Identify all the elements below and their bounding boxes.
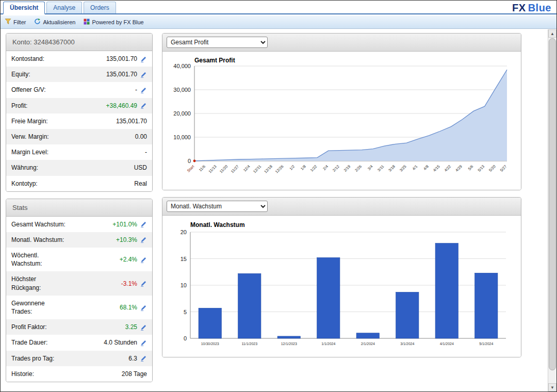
- edit-chart-icon[interactable]: [140, 339, 147, 346]
- svg-text:3/4: 3/4: [367, 164, 374, 171]
- refresh-button[interactable]: Aktualisieren: [34, 18, 75, 26]
- edit-chart-icon[interactable]: [140, 355, 147, 362]
- stats-panel: Stats Gesamt Wachstum:+101.0%Monatl. Wac…: [6, 199, 153, 382]
- powered-by-icon: [84, 19, 90, 26]
- svg-text:5: 5: [184, 309, 187, 315]
- stats-row-right: -3.1%: [121, 280, 147, 287]
- vertical-scrollbar[interactable]: ▲ ▼: [548, 29, 556, 391]
- stats-row-label: Monatl. Wachstum:: [11, 236, 66, 244]
- account-row-value: 135,001.70: [106, 71, 137, 78]
- tab-analyse[interactable]: Analyse: [46, 2, 82, 13]
- account-row-right: Real: [134, 180, 147, 187]
- svg-text:11/13: 11/13: [207, 164, 217, 174]
- svg-text:11/1/2023: 11/1/2023: [241, 342, 257, 346]
- edit-chart-icon[interactable]: [140, 256, 147, 263]
- svg-text:4/22: 4/22: [444, 164, 452, 173]
- stats-row-label: Profit Faktor:: [11, 323, 66, 331]
- account-row-label: Kontotyp:: [11, 179, 66, 188]
- scrollbar-thumb[interactable]: [549, 38, 556, 370]
- svg-text:10/30/2023: 10/30/2023: [201, 342, 219, 346]
- gesamt-profit-chart: 010,00020,00030,00040,000Start11/611/131…: [162, 52, 521, 190]
- account-row-value: 0.00: [135, 133, 147, 140]
- scroll-down-arrow[interactable]: ▼: [548, 383, 556, 391]
- filter-button[interactable]: Filter: [5, 18, 26, 26]
- account-row: Währung:USD: [6, 160, 152, 175]
- account-row-label: Währung:: [11, 164, 66, 172]
- account-row: Kontostand:135,001.70: [6, 51, 152, 67]
- stats-row: Monatl. Wachstum:+10.3%: [6, 232, 152, 248]
- account-row-right: -: [135, 86, 147, 93]
- main-content: Konto: 32484367000 Kontostand:135,001.70…: [1, 29, 548, 391]
- edit-chart-icon[interactable]: [140, 102, 147, 109]
- stats-row-value: -3.1%: [121, 280, 137, 287]
- stats-row-right: +10.3%: [116, 236, 147, 243]
- stats-row-right: +101.0%: [112, 221, 147, 228]
- filter-icon: [5, 18, 11, 26]
- svg-text:5/13: 5/13: [477, 164, 485, 173]
- stats-row-right: 3.25: [125, 323, 147, 331]
- stats-row: Profit Faktor:3.25: [6, 319, 152, 335]
- svg-text:20,000: 20,000: [173, 110, 191, 117]
- account-row: Profit:+38,460.49: [6, 98, 152, 113]
- svg-text:1/1/2024: 1/1/2024: [321, 342, 335, 346]
- stats-row: Höchster Rückgang:-3.1%: [6, 271, 152, 295]
- svg-text:0: 0: [184, 335, 187, 341]
- stats-row-value: 68.1%: [120, 304, 137, 311]
- toolbar: Filter Aktualisieren Powered by FX Blue: [1, 15, 556, 29]
- scroll-up-arrow[interactable]: ▲: [548, 29, 556, 38]
- svg-text:1/22: 1/22: [309, 164, 318, 173]
- account-row: Offener G/V:-: [6, 82, 152, 97]
- svg-text:5/27: 5/27: [499, 164, 508, 173]
- profit-chart-panel: Gesamt Profit 010,00020,00030,00040,000S…: [162, 33, 521, 190]
- edit-chart-icon[interactable]: [140, 56, 147, 62]
- account-row-right: 135,001.70: [116, 118, 147, 125]
- fx-blue-dashboard: Übersicht Analyse Orders FXBlue Filter A…: [0, 0, 557, 392]
- svg-text:12/1/2023: 12/1/2023: [281, 342, 297, 346]
- svg-text:40,000: 40,000: [173, 63, 191, 69]
- svg-text:2/1/2024: 2/1/2024: [361, 342, 375, 346]
- svg-text:5/1/2024: 5/1/2024: [479, 342, 493, 346]
- svg-text:3/1/2024: 3/1/2024: [400, 342, 414, 346]
- growth-chart-select[interactable]: Monatl. Wachstum: [167, 201, 268, 212]
- stats-row-value: +10.3%: [116, 236, 137, 243]
- edit-chart-icon[interactable]: [140, 71, 147, 78]
- stats-row-right: 4.0 Stunden: [104, 339, 147, 346]
- profit-chart-select[interactable]: Gesamt Profit: [167, 37, 268, 48]
- edit-chart-icon[interactable]: [140, 221, 147, 227]
- svg-text:12/18: 12/18: [263, 164, 273, 174]
- account-row-value: USD: [134, 164, 147, 171]
- growth-chart-header: Monatl. Wachstum: [162, 198, 521, 216]
- filter-label: Filter: [13, 19, 26, 25]
- svg-text:2/12: 2/12: [332, 164, 340, 173]
- edit-chart-icon[interactable]: [140, 87, 147, 93]
- svg-text:5/20: 5/20: [488, 164, 497, 173]
- tab-orders[interactable]: Orders: [84, 2, 116, 13]
- svg-text:10,000: 10,000: [173, 134, 191, 140]
- stats-row-right: 68.1%: [120, 304, 147, 311]
- stats-row-value: 3.25: [125, 323, 137, 331]
- edit-chart-icon[interactable]: [140, 324, 147, 331]
- account-row: Verw. Margin:0.00: [6, 129, 152, 144]
- edit-chart-icon[interactable]: [140, 236, 147, 243]
- svg-text:Gesamt Profit: Gesamt Profit: [194, 57, 235, 64]
- tab-uebersicht[interactable]: Übersicht: [3, 2, 45, 14]
- monatl-wachstum-chart: 0510152010/30/202311/1/202312/1/20231/1/…: [162, 216, 521, 357]
- svg-text:4/15: 4/15: [432, 164, 441, 173]
- edit-chart-icon[interactable]: [140, 304, 147, 311]
- edit-chart-icon[interactable]: [140, 280, 147, 287]
- svg-text:11/20: 11/20: [219, 164, 228, 174]
- account-row-label: Verw. Margin:: [11, 133, 66, 141]
- svg-text:4/8: 4/8: [422, 164, 430, 171]
- account-row: Freie Margin:135,001.70: [6, 113, 152, 129]
- svg-text:10: 10: [181, 282, 187, 288]
- svg-text:3/18: 3/18: [387, 164, 396, 173]
- fx-blue-logo: FXBlue: [512, 2, 551, 14]
- account-row-right: +38,460.49: [106, 102, 147, 109]
- account-row-label: Freie Margin:: [11, 117, 66, 125]
- stats-row-right: +2.4%: [120, 256, 147, 263]
- stats-row: Trades pro Tag:6.3: [6, 351, 152, 366]
- powered-by-link[interactable]: Powered by FX Blue: [84, 19, 143, 26]
- svg-text:12/26: 12/26: [274, 164, 285, 174]
- account-row-right: -: [145, 149, 147, 156]
- stats-row: Trade Dauer:4.0 Stunden: [6, 335, 152, 350]
